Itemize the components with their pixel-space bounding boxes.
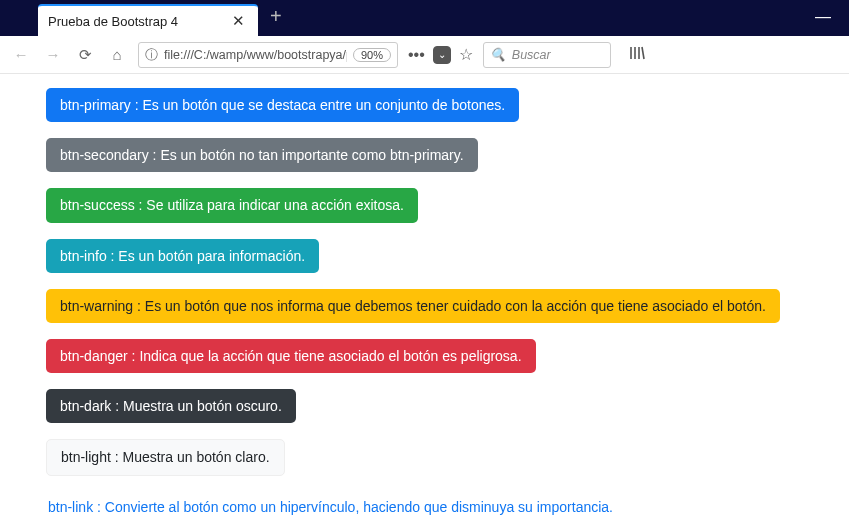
reload-icon[interactable]: ⟳ (74, 44, 96, 66)
search-placeholder: Buscar (512, 48, 551, 62)
browser-tab[interactable]: Prueba de Bootstrap 4 ✕ (38, 4, 258, 36)
home-icon[interactable]: ⌂ (106, 44, 128, 66)
nav-toolbar: ← → ⟳ ⌂ ⓘ file:///C:/wamp/www/bootstrapy… (0, 36, 849, 74)
forward-icon[interactable]: → (42, 44, 64, 66)
url-text: file:///C:/wamp/www/bootstrapya/pa (164, 48, 347, 62)
minimize-icon[interactable]: — (815, 8, 831, 26)
site-info-icon[interactable]: ⓘ (145, 46, 158, 64)
btn-secondary[interactable]: btn-secondary : Es un botón no tan impor… (46, 138, 478, 172)
btn-info[interactable]: btn-info : Es un botón para información. (46, 239, 319, 273)
btn-warning[interactable]: btn-warning : Es un botón que nos inform… (46, 289, 780, 323)
page-action-icons: ••• ⌄ ☆ (408, 45, 473, 64)
library-icon[interactable] (629, 45, 645, 65)
window-controls: — (815, 8, 831, 26)
btn-success[interactable]: btn-success : Se utiliza para indicar un… (46, 188, 418, 222)
close-tab-icon[interactable]: ✕ (229, 12, 248, 30)
search-box[interactable]: 🔍 Buscar (483, 42, 611, 68)
bookmark-icon[interactable]: ☆ (459, 45, 473, 64)
back-icon[interactable]: ← (10, 44, 32, 66)
zoom-badge[interactable]: 90% (353, 48, 391, 62)
btn-danger[interactable]: btn-danger : Indica que la acción que ti… (46, 339, 536, 373)
svg-line-3 (642, 47, 644, 59)
btn-light[interactable]: btn-light : Muestra un botón claro. (46, 439, 285, 475)
pocket-icon[interactable]: ⌄ (433, 46, 451, 64)
tab-title: Prueba de Bootstrap 4 (48, 14, 229, 29)
window-titlebar: Prueba de Bootstrap 4 ✕ + — (0, 0, 849, 36)
search-icon: 🔍 (490, 47, 506, 62)
more-icon[interactable]: ••• (408, 46, 425, 64)
toolbar-right (629, 45, 645, 65)
page-content: btn-primary : Es un botón que se destaca… (0, 74, 849, 529)
url-bar[interactable]: ⓘ file:///C:/wamp/www/bootstrapya/pa 90% (138, 42, 398, 68)
btn-dark[interactable]: btn-dark : Muestra un botón oscuro. (46, 389, 296, 423)
btn-primary[interactable]: btn-primary : Es un botón que se destaca… (46, 88, 519, 122)
btn-link[interactable]: btn-link : Convierte al botón como un hi… (46, 492, 615, 522)
new-tab-icon[interactable]: + (270, 5, 282, 28)
